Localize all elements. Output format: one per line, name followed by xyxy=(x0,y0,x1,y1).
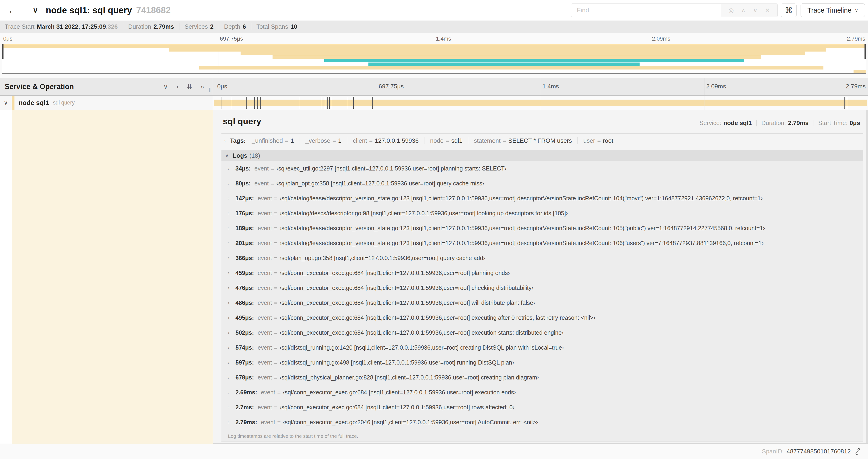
find-prev-icon[interactable]: ∧ xyxy=(741,7,745,14)
expand-one-icon[interactable]: › xyxy=(177,83,179,91)
keyboard-shortcuts-button[interactable]: ⌘ xyxy=(781,3,797,17)
chevron-right-icon: › xyxy=(228,330,231,335)
log-timestamp: 142μs: xyxy=(236,195,254,202)
ruler-gridline xyxy=(704,78,705,95)
timeline-column-header: Service & Operation ∨ › ⇊ » ∥ 0μs697.75μ… xyxy=(0,78,868,96)
minimap-span xyxy=(2,44,866,48)
log-equals: = xyxy=(271,180,274,187)
summary-value: March 31 2022, 17:25:09 xyxy=(37,23,106,30)
log-row[interactable]: ›366μs:event=‹sql/plan_opt.go:358 [nsql1… xyxy=(221,251,863,265)
log-row[interactable]: ›2.79ms:event=‹sql/conn_executor_exec.go… xyxy=(221,415,863,430)
expand-all-icon[interactable]: » xyxy=(200,83,204,91)
log-row[interactable]: ›2.69ms:event=‹sql/conn_executor_exec.go… xyxy=(221,385,863,400)
log-equals: = xyxy=(274,359,277,366)
tag-value: sql1 xyxy=(451,137,462,144)
span-row-name[interactable]: ∨ node sql1 sql query xyxy=(0,96,213,110)
scrollbar[interactable] xyxy=(866,110,868,444)
log-equals: = xyxy=(274,285,277,291)
logs-list: ›34μs:event=‹sql/exec_util.go:2297 [nsql… xyxy=(221,161,863,442)
log-row[interactable]: ›476μs:event=‹sql/conn_executor_exec.go:… xyxy=(221,280,863,295)
log-row[interactable]: ›459μs:event=‹sql/conn_executor_exec.go:… xyxy=(221,265,863,280)
log-row[interactable]: ›495μs:event=‹sql/conn_executor_exec.go:… xyxy=(221,310,863,325)
log-field-key: event xyxy=(257,299,272,306)
log-tick-mark xyxy=(254,97,255,109)
log-row[interactable]: ›486μs:event=‹sql/conn_executor_exec.go:… xyxy=(221,295,863,310)
log-field-value: ‹sql/plan_opt.go:358 [nsql1,client=127.0… xyxy=(276,180,484,187)
log-tick-mark xyxy=(372,97,373,109)
log-equals: = xyxy=(274,240,277,247)
divider xyxy=(221,133,863,134)
tag-equals: = xyxy=(285,137,288,144)
log-timestamp: 459μs: xyxy=(236,270,254,276)
chevron-right-icon: › xyxy=(228,181,231,186)
tag-value: 1 xyxy=(290,137,294,144)
span-footer: SpanID: 4877749850101760812 xyxy=(0,444,868,459)
link-icon[interactable] xyxy=(855,448,861,455)
collapse-one-icon[interactable]: ∨ xyxy=(163,83,168,91)
ruler-tick-label: 0μs xyxy=(217,83,227,90)
span-detail-title: sql query xyxy=(223,117,261,126)
log-field-value: ‹sql/catalog/descs/descriptor.go:98 [nsq… xyxy=(280,210,568,217)
ruler-gridline xyxy=(540,78,541,95)
span-detail-meta: Service: node sql1 Duration: 2.79ms Star… xyxy=(700,120,860,127)
log-row[interactable]: ›2.7ms:event=‹sql/conn_executor_exec.go:… xyxy=(221,400,863,415)
log-timestamp: 80μs: xyxy=(236,180,251,187)
log-row[interactable]: ›678μs:event=‹sql/distsql_physical_plann… xyxy=(221,370,863,385)
tag-equals: = xyxy=(446,137,449,144)
chevron-right-icon: › xyxy=(228,405,231,410)
log-row[interactable]: ›80μs:event=‹sql/plan_opt.go:358 [nsql1,… xyxy=(221,176,863,191)
tag-key: _unfinished xyxy=(252,137,283,144)
viewport-scrubber-right[interactable] xyxy=(865,44,866,59)
log-row[interactable]: ›201μs:event=‹sql/catalog/lease/descript… xyxy=(221,236,863,251)
log-tick-mark xyxy=(299,97,299,109)
find-clear-icon[interactable]: ✕ xyxy=(765,7,770,14)
find-input[interactable] xyxy=(571,4,721,17)
log-row[interactable]: ›34μs:event=‹sql/exec_util.go:2297 [nsql… xyxy=(221,161,863,176)
log-field-value: ‹sql/conn_executor_exec.go:684 [nsql1,cl… xyxy=(280,404,515,411)
collapse-controls: ∨ › ⇊ » xyxy=(163,78,204,95)
span-operation-name: sql query xyxy=(53,100,75,106)
log-field-value: ‹sql/distsql_running.go:1420 [nsql1,clie… xyxy=(280,344,564,351)
chevron-right-icon: › xyxy=(228,360,231,365)
log-tick-mark xyxy=(348,97,348,109)
log-equals: = xyxy=(274,225,277,232)
trace-collapse-toggle[interactable]: ∨ xyxy=(33,0,38,21)
view-selector-button[interactable]: Trace Timeline ∨ xyxy=(801,3,865,17)
tag-value: 1 xyxy=(338,137,341,144)
log-row[interactable]: ›176μs:event=‹sql/catalog/descs/descript… xyxy=(221,206,863,221)
collapse-all-icon[interactable]: ⇊ xyxy=(187,83,192,91)
find-next-icon[interactable]: ∨ xyxy=(753,7,757,14)
tag-equals: = xyxy=(503,137,506,144)
viewport-scrubber-left[interactable] xyxy=(2,44,3,59)
log-equals: = xyxy=(277,389,281,396)
minimap-canvas[interactable] xyxy=(2,44,866,74)
locate-icon[interactable]: ◎ xyxy=(728,7,734,14)
logs-header[interactable]: ∨ Logs (18) xyxy=(221,150,863,161)
log-row[interactable]: ›597μs:event=‹sql/distsql_running.go:498… xyxy=(221,355,863,370)
tags-label: Tags: xyxy=(230,137,246,144)
span-row-track[interactable] xyxy=(213,96,868,110)
summary-label: Duration xyxy=(128,23,151,30)
log-equals: = xyxy=(274,374,277,381)
tag-key: client xyxy=(353,137,367,144)
chevron-right-icon: › xyxy=(228,375,231,380)
tag-value: root xyxy=(603,137,614,144)
tags-row[interactable]: › Tags: _unfinished=1_verbose=1client=12… xyxy=(224,137,614,144)
duration-label: Duration: xyxy=(762,120,786,127)
log-row[interactable]: ›142μs:event=‹sql/catalog/lease/descript… xyxy=(221,191,863,206)
log-field-key: event xyxy=(257,404,272,411)
log-tick-mark xyxy=(329,97,330,109)
back-button[interactable]: ← xyxy=(0,0,25,21)
column-resize-handle[interactable]: ∥ xyxy=(209,87,211,93)
chevron-right-icon: › xyxy=(228,420,231,425)
timeline-ruler: 0μs697.75μs1.4ms2.09ms2.79ms xyxy=(213,78,868,95)
log-row[interactable]: ›574μs:event=‹sql/distsql_running.go:142… xyxy=(221,340,863,355)
summary-value: 2 xyxy=(210,23,214,30)
minimap-tick-label: 0μs xyxy=(3,35,12,42)
log-equals: = xyxy=(274,299,277,306)
log-field-value: ‹sql/conn_executor_exec.go:684 [nsql1,cl… xyxy=(280,299,535,306)
divider xyxy=(756,120,757,126)
log-row[interactable]: ›502μs:event=‹sql/conn_executor_exec.go:… xyxy=(221,325,863,340)
summary-value: 6 xyxy=(243,23,246,30)
log-row[interactable]: ›189μs:event=‹sql/catalog/lease/descript… xyxy=(221,221,863,236)
